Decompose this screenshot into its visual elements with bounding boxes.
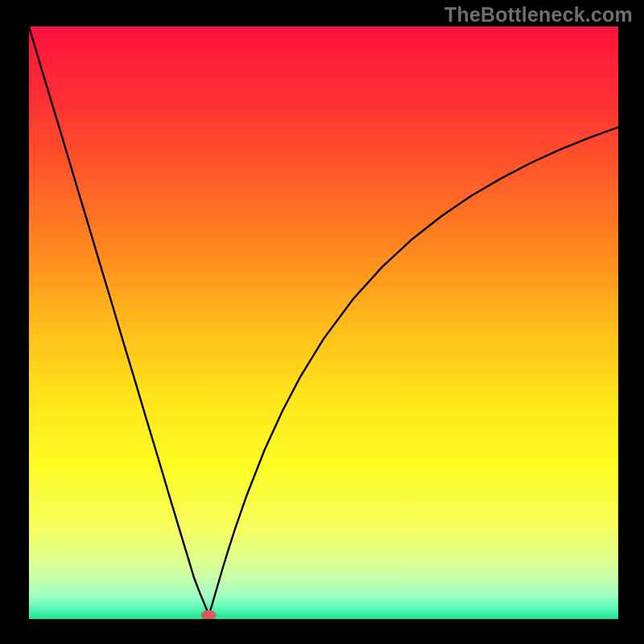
chart-svg — [29, 27, 618, 619]
chart-frame: TheBottleneck.com — [0, 0, 644, 644]
watermark-text: TheBottleneck.com — [444, 3, 633, 27]
plot-area — [29, 27, 618, 619]
